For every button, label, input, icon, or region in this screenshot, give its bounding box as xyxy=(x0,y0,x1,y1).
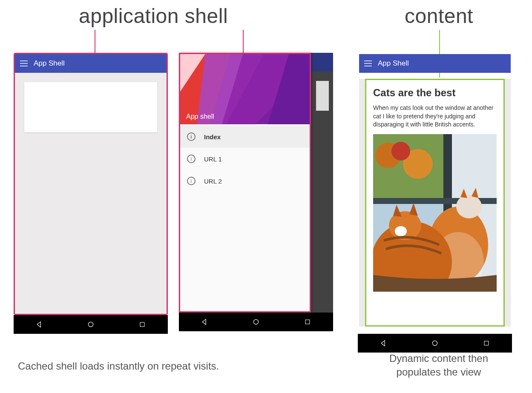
svg-point-14 xyxy=(391,142,410,161)
svg-point-19 xyxy=(456,195,482,218)
nav-home-icon[interactable] xyxy=(252,318,260,326)
caption-right: Dynamic content then populates the view xyxy=(366,352,511,379)
caption-left-bold: instantly xyxy=(107,360,144,372)
drawer-hero: App shell xyxy=(180,54,310,126)
nav-drawer: App shell i Index i URL 1 i URL 2 xyxy=(179,53,311,313)
caption-left-suffix: on repeat visits. xyxy=(145,360,219,372)
dimmed-card xyxy=(316,81,329,111)
content-body: Cats are the best When my cats look out … xyxy=(359,79,511,327)
drawer-item-index[interactable]: i Index xyxy=(180,126,310,148)
android-navbar xyxy=(358,334,512,353)
connector-pink-left xyxy=(95,30,95,54)
appbar: App Shell xyxy=(15,54,167,73)
heading-content: content xyxy=(405,4,473,28)
caption-left: Cached shell loads instantly on repeat v… xyxy=(18,360,219,372)
nav-home-icon[interactable] xyxy=(431,339,439,347)
drawer-item-url1[interactable]: i URL 1 xyxy=(180,148,310,170)
drawer-item-label: URL 1 xyxy=(204,155,222,163)
svg-rect-30 xyxy=(484,341,489,345)
nav-back-icon[interactable] xyxy=(35,320,43,329)
drawer-item-label: Index xyxy=(204,133,221,141)
nav-recent-icon[interactable] xyxy=(482,339,491,347)
connector-pink-right xyxy=(243,30,244,54)
drawer-hero-title: App shell xyxy=(186,113,214,120)
nav-back-icon[interactable] xyxy=(200,318,209,326)
appbar-title: App Shell xyxy=(378,59,409,68)
drawer-item-label: URL 2 xyxy=(204,178,222,185)
content-frame: App Shell Cats are the best When my cats… xyxy=(358,53,512,334)
appbar-title: App Shell xyxy=(34,59,65,68)
svg-point-0 xyxy=(88,322,93,327)
dimmed-appbar xyxy=(311,53,333,72)
info-icon: i xyxy=(187,155,196,163)
phone-app-shell-drawer: App shell i Index i URL 1 i URL 2 xyxy=(179,53,333,331)
card-placeholder xyxy=(24,82,157,132)
svg-point-28 xyxy=(395,226,407,236)
nav-recent-icon[interactable] xyxy=(303,318,312,326)
frame-pink: App Shell xyxy=(14,53,168,315)
caption-left-prefix: Cached shell loads xyxy=(18,360,107,372)
content-image-cats xyxy=(373,134,497,292)
content-body-text: When my cats look out the window at anot… xyxy=(373,104,497,129)
heading-application-shell: application shell xyxy=(79,4,228,28)
hamburger-icon[interactable] xyxy=(364,60,372,66)
svg-point-29 xyxy=(432,341,437,345)
phone-content: App Shell Cats are the best When my cats… xyxy=(358,53,512,353)
android-navbar xyxy=(179,313,333,331)
svg-rect-9 xyxy=(305,320,310,324)
hamburger-icon[interactable] xyxy=(20,60,28,66)
nav-recent-icon[interactable] xyxy=(138,320,147,329)
svg-point-8 xyxy=(253,319,258,324)
shell-body xyxy=(15,73,167,314)
info-icon: i xyxy=(187,177,196,185)
android-navbar xyxy=(14,315,168,334)
drawer-backdrop: App shell i Index i URL 1 i URL 2 xyxy=(179,53,333,313)
phone-app-shell-empty: App Shell xyxy=(14,53,168,334)
drawer-item-url2[interactable]: i URL 2 xyxy=(180,170,310,192)
nav-back-icon[interactable] xyxy=(379,339,388,347)
content-title: Cats are the best xyxy=(373,87,497,99)
svg-rect-1 xyxy=(140,322,144,327)
nav-home-icon[interactable] xyxy=(86,320,95,329)
info-icon: i xyxy=(187,132,196,141)
content-card: Cats are the best When my cats look out … xyxy=(365,79,505,327)
appbar: App Shell xyxy=(359,54,511,73)
